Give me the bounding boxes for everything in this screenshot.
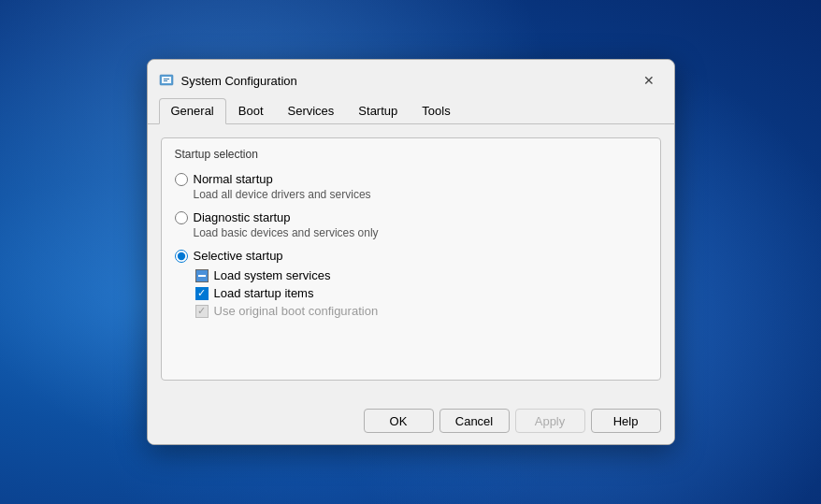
- tab-startup[interactable]: Startup: [346, 98, 410, 124]
- load-system-services-checkbox[interactable]: [195, 269, 209, 282]
- dialog-content: Startup selection Normal startup Load al…: [148, 124, 674, 401]
- titlebar: System Configuration ✕: [148, 60, 674, 92]
- normal-startup-desc: Load all device drivers and services: [194, 188, 647, 201]
- svg-rect-3: [164, 80, 167, 81]
- system-configuration-dialog: System Configuration ✕ General Boot Serv…: [147, 59, 675, 445]
- load-system-services-row: Load system services: [195, 268, 647, 282]
- load-startup-items-label: Load startup items: [214, 286, 314, 300]
- diagnostic-startup-label: Diagnostic startup: [194, 210, 291, 224]
- use-original-boot-checkbox: ✓: [195, 305, 209, 318]
- load-system-services-label: Load system services: [214, 268, 331, 282]
- selective-startup-radio[interactable]: [175, 250, 188, 263]
- cancel-button[interactable]: Cancel: [439, 409, 510, 433]
- tab-services[interactable]: Services: [276, 98, 347, 124]
- selective-startup-row: Selective startup: [175, 249, 647, 263]
- tab-general[interactable]: General: [159, 98, 226, 124]
- close-button[interactable]: ✕: [635, 69, 663, 92]
- load-startup-items-row: ✓ Load startup items: [195, 286, 647, 300]
- svg-rect-1: [162, 77, 171, 83]
- dialog-overlay: System Configuration ✕ General Boot Serv…: [0, 0, 821, 504]
- selective-sub-options: Load system services ✓ Load startup item…: [195, 268, 647, 318]
- help-button[interactable]: Help: [591, 409, 661, 433]
- normal-startup-row: Normal startup: [175, 172, 647, 186]
- selective-startup-label: Selective startup: [194, 249, 283, 263]
- ok-button[interactable]: OK: [364, 409, 434, 433]
- tabs-bar: General Boot Services Startup Tools: [148, 92, 674, 124]
- svg-rect-2: [164, 79, 169, 79]
- diagnostic-startup-desc: Load basic devices and services only: [194, 226, 647, 239]
- normal-startup-label: Normal startup: [194, 172, 273, 186]
- diagnostic-startup-row: Diagnostic startup: [175, 210, 647, 224]
- load-startup-items-checkbox[interactable]: ✓: [195, 287, 209, 300]
- group-label: Startup selection: [175, 148, 647, 161]
- dialog-icon: [159, 73, 174, 88]
- title-left: System Configuration: [159, 73, 297, 88]
- tab-boot[interactable]: Boot: [226, 98, 276, 124]
- normal-startup-radio[interactable]: [175, 173, 188, 186]
- diagnostic-startup-radio[interactable]: [175, 211, 188, 224]
- apply-button[interactable]: Apply: [515, 409, 585, 433]
- startup-selection-group: Startup selection Normal startup Load al…: [161, 137, 661, 381]
- tab-tools[interactable]: Tools: [410, 98, 462, 124]
- dialog-title: System Configuration: [181, 74, 297, 88]
- dialog-footer: OK Cancel Apply Help: [148, 401, 674, 444]
- use-original-boot-row: ✓ Use original boot configuration: [195, 304, 647, 318]
- use-original-boot-label: Use original boot configuration: [214, 304, 379, 318]
